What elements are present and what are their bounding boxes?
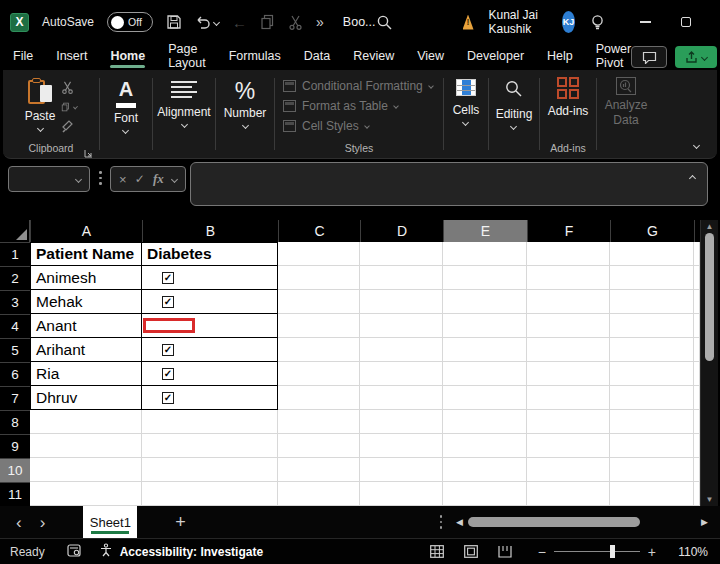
cell-A4[interactable]: Anant — [30, 314, 142, 338]
cell-C9[interactable] — [278, 434, 360, 458]
cell-A11[interactable] — [30, 482, 142, 506]
cell-C5[interactable] — [278, 338, 360, 362]
cell-B2[interactable]: ✓ — [142, 266, 278, 290]
formula-bar-grip-dots[interactable] — [99, 171, 102, 185]
column-header-E[interactable]: E — [443, 220, 527, 242]
cell-D1[interactable] — [360, 242, 443, 266]
cell-C8[interactable] — [278, 410, 360, 434]
fx-chevron-icon[interactable] — [171, 175, 178, 182]
undo-icon[interactable] — [195, 15, 219, 30]
row-header-7[interactable]: 7 — [0, 386, 30, 410]
cell-C6[interactable] — [278, 362, 360, 386]
cell-D10[interactable] — [360, 458, 443, 482]
tab-review[interactable]: Review — [353, 46, 394, 69]
maximize-button[interactable] — [681, 17, 691, 27]
column-header-G[interactable]: G — [610, 220, 694, 242]
row-header-11[interactable]: 11 — [0, 482, 30, 506]
cell-G2[interactable] — [610, 266, 694, 290]
cell-C1[interactable] — [278, 242, 360, 266]
cell-B7[interactable]: ✓ — [142, 386, 278, 410]
accessibility-status[interactable]: Accessibility: Investigate — [120, 545, 263, 559]
share-button[interactable] — [675, 46, 717, 68]
cell-F4[interactable] — [527, 314, 610, 338]
cell-D4[interactable] — [360, 314, 443, 338]
cell-E3[interactable] — [443, 290, 527, 314]
cell-A6[interactable]: Ria — [30, 362, 142, 386]
accessibility-icon[interactable] — [99, 543, 113, 561]
cell-C11[interactable] — [278, 482, 360, 506]
checkbox-checked-icon[interactable]: ✓ — [162, 368, 174, 380]
enter-icon[interactable]: ✓ — [135, 172, 145, 186]
cell-F1[interactable] — [527, 242, 610, 266]
cell-B6[interactable]: ✓ — [142, 362, 278, 386]
cell-D7[interactable] — [360, 386, 443, 410]
cell-E7[interactable] — [443, 386, 527, 410]
collapse-formula-bar-chevron[interactable] — [689, 175, 696, 182]
zoom-slider[interactable] — [554, 551, 640, 552]
cell-F11[interactable] — [527, 482, 610, 506]
cell-C4[interactable] — [278, 314, 360, 338]
scroll-down-icon[interactable]: ▼ — [701, 495, 718, 504]
macro-record-icon[interactable] — [67, 543, 81, 561]
cell-E11[interactable] — [443, 482, 527, 506]
font-group-button[interactable]: A Font — [100, 70, 152, 158]
cell-F2[interactable] — [527, 266, 610, 290]
minimize-button[interactable] — [640, 21, 651, 22]
analyze-data-button[interactable]: Analyze Data — [597, 70, 655, 158]
scroll-up-icon[interactable]: ▲ — [701, 222, 718, 231]
cell-G3[interactable] — [610, 290, 694, 314]
page-layout-view-button[interactable] — [454, 545, 488, 558]
cell-G1[interactable] — [610, 242, 694, 266]
cell-B9[interactable] — [142, 434, 278, 458]
paste-button[interactable]: Paste — [25, 78, 56, 132]
tab-view[interactable]: View — [417, 46, 444, 69]
horizontal-scrollbar[interactable]: ◀ ▶ — [456, 506, 708, 538]
scroll-left-icon[interactable]: ◀ — [456, 517, 463, 527]
tab-help[interactable]: Help — [547, 46, 573, 69]
checkbox-checked-icon[interactable]: ✓ — [162, 296, 174, 308]
cell-D5[interactable] — [360, 338, 443, 362]
cell-E10[interactable] — [443, 458, 527, 482]
autosave-toggle[interactable]: Off — [107, 12, 153, 32]
checkbox-checked-icon[interactable]: ✓ — [162, 344, 174, 356]
cell-G11[interactable] — [610, 482, 694, 506]
cell-F10[interactable] — [527, 458, 610, 482]
cell-G6[interactable] — [610, 362, 694, 386]
tab-file[interactable]: File — [13, 46, 33, 69]
row-header-6[interactable]: 6 — [0, 362, 30, 386]
tab-data[interactable]: Data — [304, 46, 330, 69]
cell-F5[interactable] — [527, 338, 610, 362]
checkbox-checked-icon[interactable]: ✓ — [162, 392, 174, 404]
cell-A9[interactable] — [30, 434, 142, 458]
save-icon[interactable] — [166, 14, 182, 30]
vertical-scrollbar-thumb[interactable] — [705, 233, 714, 361]
cell-G4[interactable] — [610, 314, 694, 338]
column-header-F[interactable]: F — [527, 220, 610, 242]
row-header-3[interactable]: 3 — [0, 290, 30, 314]
row-header-2[interactable]: 2 — [0, 266, 30, 290]
cell-F9[interactable] — [527, 434, 610, 458]
comments-button[interactable] — [631, 46, 667, 68]
cell-G9[interactable] — [610, 434, 694, 458]
warning-icon[interactable]: ! — [463, 15, 474, 30]
number-group-button[interactable]: % Number — [216, 70, 274, 158]
editing-group-button[interactable]: Editing — [489, 70, 539, 158]
sheet-nav-right-icon[interactable]: › — [40, 514, 46, 531]
avatar[interactable]: KJ — [562, 11, 575, 33]
page-break-view-button[interactable] — [488, 545, 522, 558]
insert-function-icon[interactable]: fx — [153, 171, 164, 187]
tabbar-grip-dots[interactable] — [440, 515, 443, 529]
zoom-out-button[interactable]: − — [538, 544, 546, 560]
tab-developer[interactable]: Developer — [467, 46, 524, 69]
cell-D6[interactable] — [360, 362, 443, 386]
cell-E1[interactable] — [443, 242, 527, 266]
sheet-nav-left-icon[interactable]: ‹ — [16, 514, 22, 531]
tab-insert[interactable]: Insert — [56, 46, 87, 69]
search-icon[interactable] — [376, 14, 393, 31]
cell-B8[interactable] — [142, 410, 278, 434]
cell-G10[interactable] — [610, 458, 694, 482]
cell-A3[interactable]: Mehak — [30, 290, 142, 314]
row-header-9[interactable]: 9 — [0, 434, 30, 458]
cell-D3[interactable] — [360, 290, 443, 314]
cell-F8[interactable] — [527, 410, 610, 434]
